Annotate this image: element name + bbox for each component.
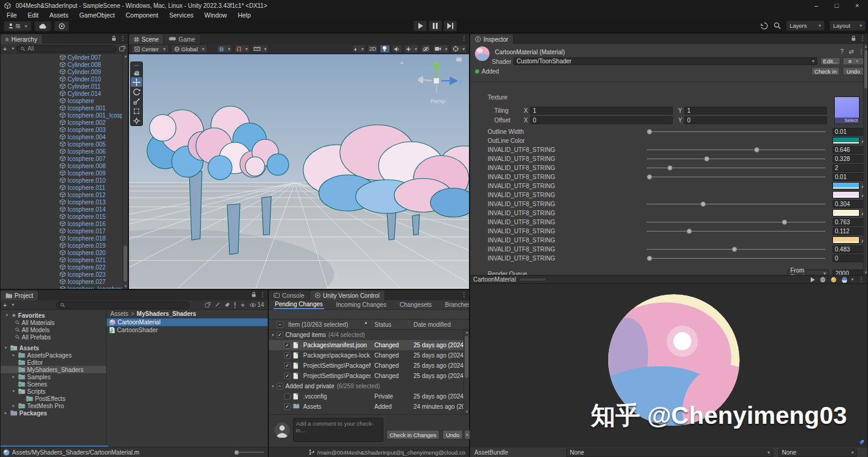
property-value-field[interactable]: 0.483: [832, 245, 864, 253]
thumbnail-zoom-slider[interactable]: [234, 450, 264, 455]
tab-scene[interactable]: Scene: [129, 34, 164, 44]
select-all-checkbox[interactable]: −: [277, 321, 283, 328]
property-value-field[interactable]: 0.646: [832, 146, 864, 154]
favorite-item[interactable]: All Materials: [1, 319, 106, 326]
hierarchy-item[interactable]: Icosphere.010: [1, 177, 122, 184]
assetbundle-dropdown[interactable]: None▾: [566, 449, 773, 457]
hierarchy-item[interactable]: Icosphere.011: [1, 184, 122, 191]
property-value-field[interactable]: 0.01: [832, 128, 864, 136]
vc-file-row[interactable]: .vsconfigPrivate25 days ago (2024: [269, 391, 464, 402]
hierarchy-item[interactable]: Cylinder.011: [1, 83, 122, 90]
label-tag-icon[interactable]: [224, 302, 230, 307]
measure-tool-button[interactable]: ▾: [252, 45, 268, 53]
alert-icon[interactable]: [234, 302, 236, 308]
property-slider[interactable]: [647, 168, 825, 168]
group-checkbox[interactable]: −: [277, 383, 283, 389]
caret-icon[interactable]: ▾: [3, 345, 8, 350]
inspector-scrollbar[interactable]: ▲ ▼: [863, 44, 867, 275]
rect-tool-button[interactable]: [131, 106, 142, 116]
property-slider[interactable]: [647, 249, 825, 250]
caret-icon[interactable]: ▸: [3, 411, 8, 415]
group-checkbox[interactable]: ✓: [277, 332, 283, 338]
assetbundle-variant-dropdown[interactable]: None▾: [778, 449, 857, 457]
scene-picker-icon[interactable]: [119, 46, 125, 51]
caret-icon[interactable]: ▾: [4, 313, 10, 318]
project-tree-item[interactable]: PostEffects: [1, 395, 106, 402]
hierarchy-search-input[interactable]: All: [16, 45, 117, 52]
preview-menu-icon[interactable]: ⋮: [858, 276, 864, 283]
menu-services[interactable]: Services: [164, 11, 199, 19]
favorite-item[interactable]: All Models: [1, 326, 106, 333]
shading-mode-dropdown[interactable]: ◐▾: [352, 45, 365, 53]
tool-handle-position-dropdown[interactable]: Center▾: [131, 45, 169, 53]
snap-increment-button[interactable]: ▾: [234, 45, 250, 53]
property-value-field[interactable]: 0: [832, 254, 864, 262]
project-tree-item[interactable]: ▾Scripts: [1, 388, 106, 395]
vc-file-row[interactable]: ✓AssetsAdded24 minutes ago (20: [269, 402, 464, 412]
menu-file[interactable]: File: [1, 11, 22, 19]
lock-icon[interactable]: [851, 36, 856, 41]
material-preview-area[interactable]: 知乎 @Chenyimeng03: [470, 284, 867, 447]
col-date[interactable]: Date modified: [414, 321, 451, 328]
hierarchy-item[interactable]: Cylinder.008: [1, 61, 122, 68]
vc-menu-icon[interactable]: ⋮: [461, 291, 467, 298]
row-checkbox[interactable]: ✓: [284, 373, 291, 379]
tab-hierarchy[interactable]: ≡ Hierarchy: [1, 34, 43, 44]
vc-undo-button[interactable]: Undo: [442, 430, 463, 440]
account-button[interactable]: 陈 ▾: [4, 21, 31, 31]
menu-gameobject[interactable]: GameObject: [74, 11, 121, 19]
project-tree-item[interactable]: ▸Packages: [1, 409, 106, 417]
scene-visibility-button[interactable]: [421, 45, 431, 53]
move-tool-button[interactable]: [131, 77, 142, 87]
hierarchy-item[interactable]: Icosphere.017: [1, 227, 122, 235]
vc-subtab-branches[interactable]: Branches: [444, 300, 469, 309]
slider-handle[interactable]: [667, 165, 673, 171]
vc-undo-caret[interactable]: ▾: [464, 430, 470, 440]
presets-icon[interactable]: ⇄: [849, 48, 854, 55]
search-button[interactable]: [773, 22, 781, 30]
property-value-field[interactable]: 0.763: [832, 218, 864, 226]
project-tree-item[interactable]: ▾Assets: [1, 344, 106, 351]
texture-thumbnail[interactable]: Select: [834, 96, 860, 124]
hierarchy-item[interactable]: Icosphere.016: [1, 220, 122, 227]
lighting-toggle-button[interactable]: [380, 45, 390, 53]
project-tree-item[interactable]: ▸TextMesh Pro: [1, 402, 106, 409]
shader-edit-button[interactable]: Edit...: [820, 57, 840, 65]
material-preview-bar[interactable]: CartoonMaterial ══════ ▾ ⋮: [470, 275, 867, 284]
hierarchy-item[interactable]: Icosphere.004: [1, 133, 122, 140]
hierarchy-item[interactable]: Icosphere.008: [1, 162, 122, 169]
slider-handle[interactable]: [647, 256, 652, 261]
property-slider[interactable]: [647, 150, 825, 150]
property-slider[interactable]: [647, 258, 825, 259]
tab-unity-version-control[interactable]: Unity Version Control: [310, 291, 385, 300]
hierarchy-item[interactable]: Icosphere.001: [1, 104, 122, 112]
property-value-field[interactable]: 0.304: [832, 200, 864, 208]
offset-y-field[interactable]: 0: [684, 116, 827, 124]
breadcrumb-folder[interactable]: MyShaders_Shaders: [137, 310, 196, 317]
project-file-item[interactable]: CartoonMaterial: [107, 318, 268, 326]
menu-assets[interactable]: Assets: [44, 11, 74, 19]
favorite-item[interactable]: All Prefabs: [1, 333, 106, 341]
audio-toggle-button[interactable]: [392, 45, 402, 53]
property-slider[interactable]: [647, 177, 825, 177]
hierarchy-item[interactable]: Icosphere.013: [1, 198, 122, 206]
hierarchy-menu-icon[interactable]: ⋮: [120, 35, 126, 42]
property-slider[interactable]: [647, 231, 825, 232]
project-search-input[interactable]: [56, 301, 190, 309]
vc-file-row[interactable]: ✓ProjectSettings\PackageMChanged25 days …: [269, 361, 464, 371]
project-menu-icon[interactable]: ⋮: [260, 291, 266, 298]
add-object-caret[interactable]: ▾: [11, 46, 14, 51]
color-swatch[interactable]: [832, 182, 860, 189]
color-swatch[interactable]: [832, 137, 860, 144]
property-value-field[interactable]: 0.01: [832, 173, 864, 181]
color-swatch[interactable]: [832, 236, 860, 244]
hierarchy-item[interactable]: Cylinder.009: [1, 68, 122, 75]
lock-icon[interactable]: [112, 36, 116, 41]
undo-button[interactable]: Undo: [843, 67, 864, 75]
favorite-star-icon[interactable]: ★: [241, 302, 245, 308]
vc-file-row[interactable]: ✓Packages\packages-lock.jChanged25 days …: [269, 350, 464, 361]
close-button[interactable]: ×: [851, 2, 863, 9]
hierarchy-item[interactable]: Icosphere_Icosphere.002: [1, 285, 122, 289]
row-checkbox[interactable]: [284, 393, 291, 400]
vc-group-row[interactable]: ▾✓Changed items (4/4 selected): [269, 330, 464, 340]
